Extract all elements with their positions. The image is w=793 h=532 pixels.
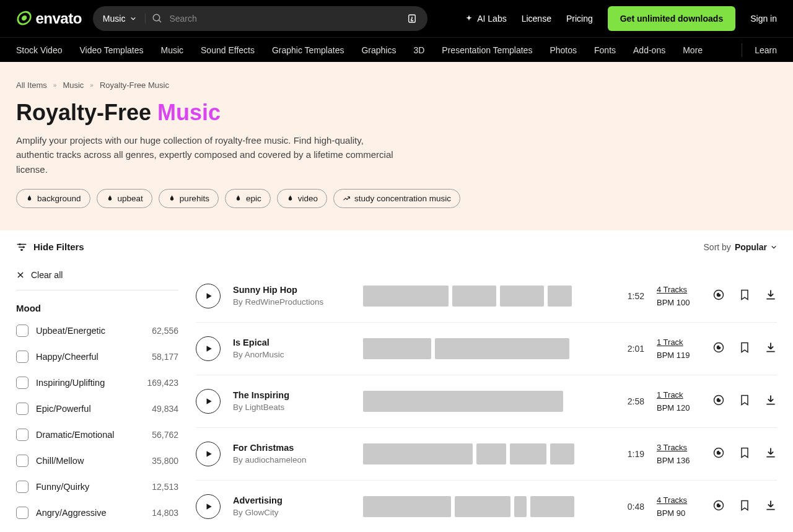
track-title[interactable]: Is Epical (233, 338, 351, 347)
search-input[interactable] (169, 14, 406, 24)
track-actions (712, 341, 777, 356)
checkbox[interactable] (16, 325, 28, 337)
track-author[interactable]: By GlowCity (233, 508, 351, 517)
nav-item[interactable]: Add-ons (633, 45, 665, 55)
tracks-count-link[interactable]: 4 Tracks (657, 495, 700, 505)
suggestion-pill[interactable]: video (277, 189, 327, 208)
bookmark-button[interactable] (738, 499, 751, 514)
filter-label: Epic/Powerful (36, 404, 144, 414)
nav-item[interactable]: Graphics (361, 45, 396, 55)
suggestion-pill[interactable]: study concentration music (333, 189, 460, 208)
bookmark-button[interactable] (738, 289, 751, 303)
checkbox[interactable] (16, 507, 28, 519)
tracks-count-link[interactable]: 1 Track (657, 390, 700, 399)
tracks-count-link[interactable]: 3 Tracks (657, 443, 700, 452)
filter-group-title: Mood (16, 303, 178, 313)
play-button[interactable] (196, 336, 221, 361)
nav-item[interactable]: Sound Effects (201, 45, 255, 55)
download-button[interactable] (765, 394, 777, 409)
nav-item[interactable]: Video Templates (79, 45, 143, 55)
breadcrumb-item[interactable]: All Items (16, 81, 47, 90)
filter-count: 56,762 (152, 430, 178, 440)
filter-option[interactable]: Dramatic/Emotional56,762 (16, 429, 178, 441)
waveform[interactable] (363, 496, 607, 517)
waveform-segment (548, 286, 572, 307)
track-author[interactable]: By audiochameleon (233, 455, 351, 464)
filter-option[interactable]: Happy/Cheerful58,177 (16, 351, 178, 363)
track-author[interactable]: By AnorMusic (233, 350, 351, 359)
nav-item[interactable]: Stock Video (16, 45, 62, 55)
license-link[interactable]: License (522, 14, 551, 24)
track-title[interactable]: For Christmas (233, 443, 351, 453)
filter-option[interactable]: Angry/Aggressive14,803 (16, 507, 178, 519)
similar-button[interactable] (712, 394, 725, 409)
nav-item[interactable]: Fonts (594, 45, 616, 55)
track-title[interactable]: Sunny Hip Hop (233, 285, 351, 295)
track-actions (712, 499, 777, 514)
nav-item[interactable]: Graphic Templates (272, 45, 344, 55)
similar-button[interactable] (712, 341, 725, 356)
filter-option[interactable]: Upbeat/Energetic62,556 (16, 325, 178, 337)
bookmark-button[interactable] (738, 394, 751, 409)
sign-in-link[interactable]: Sign in (750, 14, 777, 24)
download-button[interactable] (765, 499, 777, 514)
tracks-count-link[interactable]: 4 Tracks (657, 285, 700, 294)
ai-labs-link[interactable]: AI Labs (465, 14, 506, 24)
filter-option[interactable]: Epic/Powerful49,834 (16, 403, 178, 415)
bookmark-button[interactable] (738, 341, 751, 356)
nav-item[interactable]: 3D (413, 45, 424, 55)
sort-dropdown[interactable]: Sort by Popular (704, 242, 777, 252)
audio-search-icon[interactable] (406, 13, 418, 24)
nav-item[interactable]: More (683, 45, 703, 55)
checkbox[interactable] (16, 403, 28, 415)
breadcrumb-item[interactable]: Music (63, 81, 84, 90)
play-button[interactable] (196, 284, 221, 308)
svg-point-4 (21, 249, 23, 251)
download-button[interactable] (765, 289, 777, 303)
similar-button[interactable] (712, 499, 725, 514)
learn-link[interactable]: Learn (755, 45, 777, 55)
play-button[interactable] (196, 442, 221, 466)
suggestion-pill[interactable]: epic (225, 189, 271, 208)
track-duration: 2:01 (620, 344, 644, 354)
suggestion-pill[interactable]: upbeat (97, 189, 152, 208)
waveform-segment (363, 391, 563, 412)
waveform[interactable] (363, 286, 607, 307)
similar-button[interactable] (712, 289, 725, 303)
tracks-count-link[interactable]: 1 Track (657, 338, 700, 347)
nav-item[interactable]: Music (160, 45, 183, 55)
search-category-dropdown[interactable]: Music (103, 14, 146, 24)
logo-mark-icon: ⦿ (14, 9, 34, 28)
play-button[interactable] (196, 389, 221, 414)
waveform[interactable] (363, 443, 607, 464)
download-button[interactable] (765, 341, 777, 356)
play-button[interactable] (196, 494, 221, 519)
cta-button[interactable]: Get unlimited downloads (608, 6, 735, 31)
download-button[interactable] (765, 447, 777, 461)
checkbox[interactable] (16, 351, 28, 363)
track-title[interactable]: Advertising (233, 495, 351, 505)
filter-option[interactable]: Chill/Mellow35,800 (16, 455, 178, 467)
logo[interactable]: ⦿ envato (16, 9, 82, 28)
similar-button[interactable] (712, 447, 725, 461)
suggestion-pill[interactable]: background (16, 189, 90, 208)
filter-option[interactable]: Inspiring/Uplifting169,423 (16, 377, 178, 389)
clear-all-button[interactable]: Clear all (16, 270, 178, 290)
track-author[interactable]: By LightBeats (233, 403, 351, 412)
checkbox[interactable] (16, 455, 28, 467)
nav-item[interactable]: Photos (550, 45, 577, 55)
bookmark-button[interactable] (738, 447, 751, 461)
waveform[interactable] (363, 391, 607, 412)
checkbox[interactable] (16, 481, 28, 493)
waveform-segment (363, 443, 473, 464)
track-author[interactable]: By RedWineProductions (233, 297, 351, 307)
suggestion-pill[interactable]: purehits (159, 189, 219, 208)
checkbox[interactable] (16, 377, 28, 389)
checkbox[interactable] (16, 429, 28, 441)
pricing-link[interactable]: Pricing (566, 14, 593, 24)
hide-filters-button[interactable]: Hide Filters (16, 242, 84, 253)
track-title[interactable]: The Inspiring (233, 390, 351, 400)
filter-option[interactable]: Funny/Quirky12,513 (16, 481, 178, 493)
waveform[interactable] (363, 338, 607, 359)
nav-item[interactable]: Presentation Templates (442, 45, 532, 55)
